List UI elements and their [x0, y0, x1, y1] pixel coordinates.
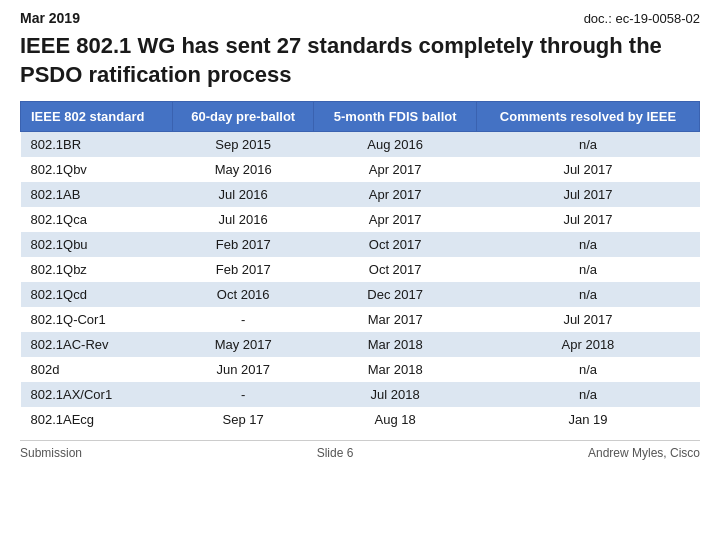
cell-10-1: - [173, 382, 314, 407]
cell-7-2: Mar 2017 [314, 307, 477, 332]
page-title: IEEE 802.1 WG has sent 27 standards comp… [20, 32, 700, 89]
cell-0-2: Aug 2016 [314, 132, 477, 158]
footer-center: Slide 6 [317, 446, 354, 460]
cell-7-1: - [173, 307, 314, 332]
table-row: 802.1ABJul 2016Apr 2017Jul 2017 [21, 182, 700, 207]
page: Mar 2019 doc.: ec-19-0058-02 IEEE 802.1 … [0, 0, 720, 540]
cell-5-1: Feb 2017 [173, 257, 314, 282]
table-row: 802.1QbuFeb 2017Oct 2017n/a [21, 232, 700, 257]
cell-8-1: May 2017 [173, 332, 314, 357]
table-row: 802.1QcdOct 2016Dec 2017n/a [21, 282, 700, 307]
cell-11-1: Sep 17 [173, 407, 314, 432]
cell-2-3: Jul 2017 [476, 182, 699, 207]
header-bar: Mar 2019 doc.: ec-19-0058-02 [20, 10, 700, 26]
cell-11-2: Aug 18 [314, 407, 477, 432]
table-row: 802.1BRSep 2015Aug 2016n/a [21, 132, 700, 158]
cell-8-3: Apr 2018 [476, 332, 699, 357]
cell-3-3: Jul 2017 [476, 207, 699, 232]
table-row: 802.1QbzFeb 2017Oct 2017n/a [21, 257, 700, 282]
cell-2-0: 802.1AB [21, 182, 173, 207]
table-row: 802.1QbvMay 2016Apr 2017Jul 2017 [21, 157, 700, 182]
table-row: 802.1AX/Cor1-Jul 2018n/a [21, 382, 700, 407]
cell-5-2: Oct 2017 [314, 257, 477, 282]
table-row: 802dJun 2017Mar 2018n/a [21, 357, 700, 382]
cell-6-1: Oct 2016 [173, 282, 314, 307]
col-header-standard: IEEE 802 standard [21, 102, 173, 132]
table-row: 802.1Q-Cor1-Mar 2017Jul 2017 [21, 307, 700, 332]
footer-left: Submission [20, 446, 82, 460]
cell-9-1: Jun 2017 [173, 357, 314, 382]
col-header-comments: Comments resolved by IEEE [476, 102, 699, 132]
table-header-row: IEEE 802 standard 60-day pre-ballot 5-mo… [21, 102, 700, 132]
cell-5-3: n/a [476, 257, 699, 282]
footer-right: Andrew Myles, Cisco [588, 446, 700, 460]
cell-2-2: Apr 2017 [314, 182, 477, 207]
table-row: 802.1AC-RevMay 2017Mar 2018Apr 2018 [21, 332, 700, 357]
cell-4-2: Oct 2017 [314, 232, 477, 257]
cell-4-1: Feb 2017 [173, 232, 314, 257]
cell-4-0: 802.1Qbu [21, 232, 173, 257]
cell-9-3: n/a [476, 357, 699, 382]
header-left: Mar 2019 [20, 10, 80, 26]
cell-0-0: 802.1BR [21, 132, 173, 158]
cell-10-2: Jul 2018 [314, 382, 477, 407]
cell-6-0: 802.1Qcd [21, 282, 173, 307]
cell-3-1: Jul 2016 [173, 207, 314, 232]
cell-6-3: n/a [476, 282, 699, 307]
col-header-preballot: 60-day pre-ballot [173, 102, 314, 132]
cell-11-0: 802.1AEcg [21, 407, 173, 432]
cell-7-0: 802.1Q-Cor1 [21, 307, 173, 332]
cell-1-0: 802.1Qbv [21, 157, 173, 182]
cell-9-0: 802d [21, 357, 173, 382]
cell-2-1: Jul 2016 [173, 182, 314, 207]
standards-table: IEEE 802 standard 60-day pre-ballot 5-mo… [20, 101, 700, 432]
cell-5-0: 802.1Qbz [21, 257, 173, 282]
cell-10-3: n/a [476, 382, 699, 407]
cell-0-3: n/a [476, 132, 699, 158]
cell-0-1: Sep 2015 [173, 132, 314, 158]
cell-10-0: 802.1AX/Cor1 [21, 382, 173, 407]
cell-7-3: Jul 2017 [476, 307, 699, 332]
cell-8-0: 802.1AC-Rev [21, 332, 173, 357]
footer: Submission Slide 6 Andrew Myles, Cisco [20, 440, 700, 460]
cell-11-3: Jan 19 [476, 407, 699, 432]
cell-1-2: Apr 2017 [314, 157, 477, 182]
col-header-fdis: 5-month FDIS ballot [314, 102, 477, 132]
cell-4-3: n/a [476, 232, 699, 257]
cell-3-0: 802.1Qca [21, 207, 173, 232]
cell-1-3: Jul 2017 [476, 157, 699, 182]
cell-8-2: Mar 2018 [314, 332, 477, 357]
cell-1-1: May 2016 [173, 157, 314, 182]
cell-9-2: Mar 2018 [314, 357, 477, 382]
table-row: 802.1AEcgSep 17Aug 18Jan 19 [21, 407, 700, 432]
header-right: doc.: ec-19-0058-02 [584, 11, 700, 26]
cell-3-2: Apr 2017 [314, 207, 477, 232]
table-row: 802.1QcaJul 2016Apr 2017Jul 2017 [21, 207, 700, 232]
cell-6-2: Dec 2017 [314, 282, 477, 307]
